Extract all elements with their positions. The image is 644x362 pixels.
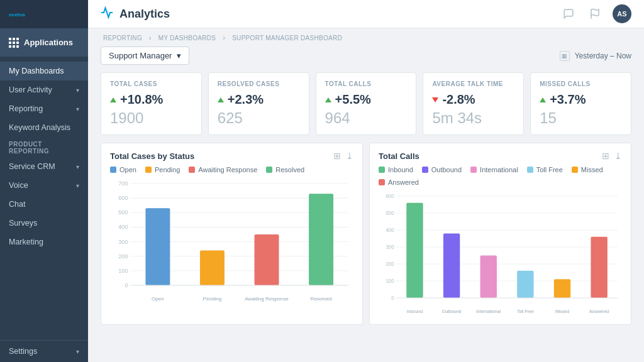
arrow-up-icon — [218, 97, 224, 102]
kpi-value: 5m 34s — [432, 109, 514, 127]
chart-cases: Total Cases by Status ⊞ ⤓ OpenPendingAwa… — [101, 143, 363, 325]
legend-item-outbound: Outbound — [422, 166, 462, 173]
svg-text:500: 500 — [118, 209, 128, 216]
settings-label: Settings — [9, 347, 37, 356]
header-left: Analytics — [101, 6, 170, 22]
svg-text:600: 600 — [118, 195, 128, 201]
legend-label: International — [480, 166, 518, 173]
kpi-value: 625 — [218, 109, 300, 127]
svg-rect-51 — [591, 237, 607, 298]
flag-icon-btn[interactable] — [586, 5, 604, 23]
avatar[interactable]: AS — [613, 4, 631, 23]
chevron-down-icon: ▾ — [76, 106, 79, 112]
svg-rect-47 — [517, 271, 533, 298]
legend-item-awaiting-response: Awaiting Response — [189, 166, 257, 173]
dashboard-selector[interactable]: Support Manager ▾ — [101, 47, 189, 65]
calls-chart-svg: 0100200300400500600InboundOutboundIntern… — [379, 191, 622, 317]
nextiva-logo: nextiva — [9, 6, 26, 23]
svg-text:Open: Open — [152, 296, 164, 302]
kpi-change-value: +2.3% — [228, 92, 264, 107]
legend-item-pending: Pending — [145, 166, 180, 173]
svg-text:100: 100 — [386, 278, 394, 285]
chart-calls-icons: ⊞ ⤓ — [602, 151, 622, 161]
cases-chart-svg: 0100200300400500600700OpenPendingAwaitin… — [110, 178, 353, 304]
sidebar-item-surveys[interactable]: Surveys — [0, 214, 88, 233]
voice-label: Voice — [9, 181, 28, 190]
legend-color — [379, 167, 385, 173]
sidebar-item-reporting[interactable]: Reporting ▾ — [0, 99, 88, 118]
dropdown-arrow-icon: ▾ — [177, 51, 181, 60]
svg-text:400: 400 — [386, 227, 394, 234]
kpi-change: +2.3% — [218, 92, 300, 107]
sidebar-item-voice[interactable]: Voice ▾ — [0, 176, 88, 195]
breadcrumb-current: SUPPORT MANAGER DASHBOARD — [232, 35, 342, 41]
kpi-title: TOTAL CASES — [110, 80, 192, 87]
sidebar-item-marketing[interactable]: Marketing — [0, 233, 88, 251]
chart-cases-header: Total Cases by Status ⊞ ⤓ — [110, 151, 353, 161]
chevron-down-icon: ▾ — [76, 348, 79, 355]
chart-calls-title: Total Calls — [379, 151, 419, 161]
svg-text:500: 500 — [386, 210, 394, 217]
content-area: REPORTING › MY DASHBOARDS › SUPPORT MANA… — [88, 28, 644, 362]
user-activity-label: User Activity — [9, 85, 52, 94]
download-icon[interactable]: ⤓ — [346, 151, 353, 161]
kpi-card-resolved-cases: RESOLVED CASES +2.3% 625 — [208, 72, 309, 135]
legend-item-missed: Missed — [572, 166, 603, 173]
calls-legend: InboundOutboundInternationalToll FreeMis… — [379, 166, 622, 186]
legend-color — [470, 167, 477, 173]
sidebar: nextiva Applications My Dashboards User … — [0, 0, 88, 362]
kpi-change-value: +3.7% — [550, 92, 586, 107]
svg-text:Toll Free: Toll Free — [517, 309, 534, 315]
breadcrumb-my-dashboards: MY DASHBOARDS — [158, 35, 216, 41]
sidebar-item-my-dashboards[interactable]: My Dashboards — [0, 62, 88, 80]
kpi-title: AVERAGE TALK TIME — [432, 80, 514, 87]
svg-text:Pending: Pending — [203, 296, 222, 302]
calls-chart-area: 0100200300400500600InboundOutboundIntern… — [379, 191, 622, 317]
download-icon[interactable]: ⤓ — [614, 151, 622, 161]
sidebar-item-chat[interactable]: Chat — [0, 195, 88, 214]
sidebar-item-applications[interactable]: Applications — [0, 28, 88, 57]
legend-color — [572, 167, 578, 173]
chat-icon-btn[interactable] — [560, 5, 577, 23]
arrow-up-icon — [110, 97, 116, 102]
svg-text:Outbound: Outbound — [442, 309, 462, 315]
date-range-label: Yesterday – Now — [575, 52, 631, 60]
legend-color — [145, 167, 152, 173]
kpi-card-average-talk-time: AVERAGE TALK TIME -2.8% 5m 34s — [423, 72, 524, 135]
chevron-down-icon: ▾ — [76, 163, 79, 170]
dashboard-selector-label: Support Manager — [109, 51, 172, 60]
arrow-up-icon — [540, 97, 546, 102]
sidebar-item-keyword-analysis[interactable]: Keyword Analysis — [0, 118, 88, 137]
page-title: Analytics — [119, 8, 170, 21]
header-right: AS — [560, 4, 631, 23]
sidebar-item-user-activity[interactable]: User Activity ▾ — [0, 80, 88, 99]
logo-area: nextiva — [0, 0, 88, 28]
bar-chart-icon[interactable]: ⊞ — [333, 151, 341, 161]
sidebar-item-settings[interactable]: Settings ▾ — [0, 341, 88, 362]
legend-color — [379, 179, 385, 185]
svg-rect-24 — [309, 194, 333, 285]
breadcrumb-sep2: › — [223, 35, 225, 41]
bar-chart-icon[interactable]: ⊞ — [602, 151, 609, 161]
chevron-down-icon: ▾ — [76, 182, 79, 189]
svg-text:nextiva: nextiva — [9, 11, 26, 17]
legend-label: Missed — [581, 166, 603, 173]
date-range[interactable]: ▦ Yesterday – Now — [560, 51, 631, 61]
svg-text:100: 100 — [118, 268, 128, 274]
sidebar-item-service-crm[interactable]: Service CRM ▾ — [0, 157, 88, 176]
breadcrumb: REPORTING › MY DASHBOARDS › SUPPORT MANA… — [101, 35, 631, 41]
reporting-label: Reporting — [9, 104, 43, 113]
analytics-icon — [101, 6, 113, 22]
svg-text:Missed: Missed — [555, 309, 569, 315]
chevron-down-icon: ▾ — [76, 87, 79, 94]
svg-rect-43 — [443, 233, 460, 298]
legend-item-inbound: Inbound — [379, 166, 413, 173]
kpi-change: +10.8% — [110, 92, 192, 107]
legend-color — [189, 167, 195, 173]
svg-text:0: 0 — [125, 282, 128, 288]
kpi-value: 964 — [325, 109, 408, 127]
kpi-card-total-calls: TOTAL CALLS +5.5% 964 — [316, 72, 417, 135]
svg-text:International: International — [476, 309, 501, 315]
main-area: Analytics AS REPORTING › MY DASHBOARDS — [88, 0, 644, 362]
kpi-change-value: +10.8% — [120, 92, 163, 107]
